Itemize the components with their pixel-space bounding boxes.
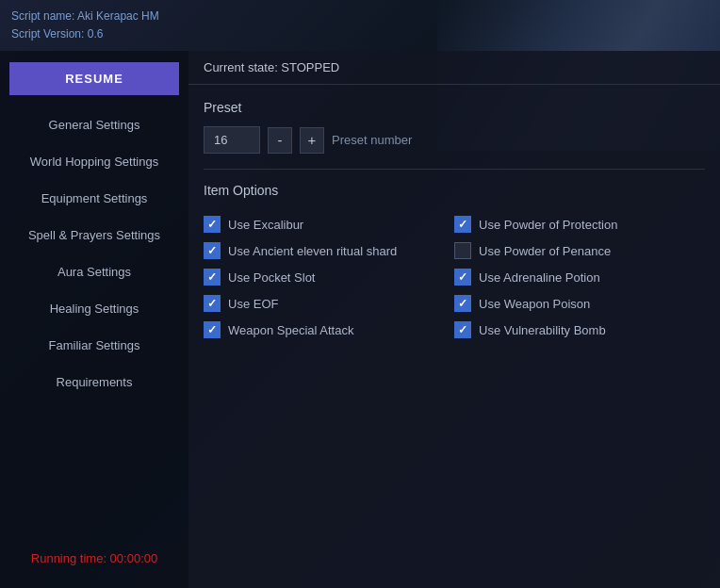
sidebar-item-spell-prayers[interactable]: Spell & Prayers Settings bbox=[0, 217, 188, 253]
sidebar-item-familiar[interactable]: Familiar Settings bbox=[0, 327, 188, 364]
preset-number-label: Preset number bbox=[332, 133, 412, 147]
options-grid: Use Excalibur Use Ancient eleven ritual … bbox=[204, 211, 705, 343]
label-use-powder-protection: Use Powder of Protection bbox=[479, 218, 617, 232]
checkbox-use-ancient-shard[interactable] bbox=[204, 242, 221, 259]
sidebar-item-aura[interactable]: Aura Settings bbox=[0, 253, 188, 290]
script-name: Script name: Aki Kerapac HM bbox=[11, 8, 709, 25]
divider bbox=[204, 169, 705, 170]
preset-plus-button[interactable]: + bbox=[300, 127, 324, 154]
checkbox-use-vulnerability-bomb[interactable] bbox=[454, 321, 471, 338]
label-use-pocket-slot: Use Pocket Slot bbox=[228, 270, 316, 285]
label-use-excalibur: Use Excalibur bbox=[228, 218, 303, 232]
label-use-eof: Use EOF bbox=[228, 297, 278, 311]
checkbox-use-pocket-slot[interactable] bbox=[204, 269, 221, 286]
checkbox-use-powder-penance[interactable] bbox=[454, 242, 471, 259]
sidebar-item-equipment[interactable]: Equipment Settings bbox=[0, 180, 188, 217]
options-left-column: Use Excalibur Use Ancient eleven ritual … bbox=[204, 211, 454, 343]
sidebar: RESUME General Settings World Hopping Se… bbox=[0, 51, 188, 588]
sidebar-item-general-settings[interactable]: General Settings bbox=[0, 106, 188, 143]
content-body: Preset - + Preset number Item Options U bbox=[188, 85, 720, 588]
checkbox-use-weapon-poison[interactable] bbox=[454, 295, 471, 312]
checkbox-use-adrenaline-potion[interactable] bbox=[454, 269, 471, 286]
option-use-eof: Use EOF bbox=[204, 290, 454, 317]
label-use-ancient-shard: Use Ancient eleven ritual shard bbox=[228, 244, 397, 258]
preset-minus-button[interactable]: - bbox=[268, 127, 292, 154]
label-use-adrenaline-potion: Use Adrenaline Potion bbox=[479, 270, 600, 285]
option-weapon-special-attack: Weapon Special Attack bbox=[204, 317, 454, 343]
option-use-vulnerability-bomb: Use Vulnerability Bomb bbox=[454, 317, 705, 343]
sidebar-item-world-hopping[interactable]: World Hopping Settings bbox=[0, 143, 188, 180]
option-use-powder-protection: Use Powder of Protection bbox=[454, 211, 705, 237]
sidebar-item-requirements[interactable]: Requirements bbox=[0, 364, 188, 400]
option-use-excalibur: Use Excalibur bbox=[204, 211, 454, 237]
sidebar-item-healing[interactable]: Healing Settings bbox=[0, 290, 188, 327]
checkbox-weapon-special-attack[interactable] bbox=[204, 321, 221, 338]
header: Script name: Aki Kerapac HM Script Versi… bbox=[0, 0, 720, 51]
label-use-vulnerability-bomb: Use Vulnerability Bomb bbox=[479, 323, 606, 337]
option-use-ancient-shard: Use Ancient eleven ritual shard bbox=[204, 237, 454, 264]
preset-section-title: Preset bbox=[204, 100, 705, 115]
options-right-column: Use Powder of Protection Use Powder of P… bbox=[454, 211, 705, 343]
checkbox-use-excalibur[interactable] bbox=[204, 216, 221, 233]
preset-input[interactable] bbox=[204, 126, 260, 154]
label-use-weapon-poison: Use Weapon Poison bbox=[479, 297, 590, 311]
running-time: Running time: 00:00:00 bbox=[0, 536, 188, 580]
label-weapon-special-attack: Weapon Special Attack bbox=[228, 323, 353, 337]
checkbox-use-eof[interactable] bbox=[204, 295, 221, 312]
option-use-adrenaline-potion: Use Adrenaline Potion bbox=[454, 264, 705, 290]
checkbox-use-powder-protection[interactable] bbox=[454, 216, 471, 233]
main-content: Current state: STOPPED Preset - + Preset… bbox=[188, 51, 720, 588]
item-options-title: Item Options bbox=[204, 183, 705, 198]
label-use-powder-penance: Use Powder of Penance bbox=[479, 244, 611, 258]
script-version: Script Version: 0.6 bbox=[11, 25, 709, 43]
resume-button[interactable]: RESUME bbox=[9, 62, 179, 95]
option-use-powder-penance: Use Powder of Penance bbox=[454, 237, 705, 264]
option-use-pocket-slot: Use Pocket Slot bbox=[204, 264, 454, 290]
status-bar: Current state: STOPPED bbox=[188, 51, 720, 85]
preset-row: - + Preset number bbox=[204, 126, 705, 154]
option-use-weapon-poison: Use Weapon Poison bbox=[454, 290, 705, 317]
